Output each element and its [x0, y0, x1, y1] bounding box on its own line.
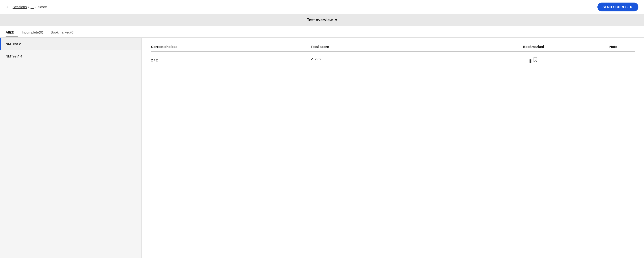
col-note: Note: [592, 45, 635, 52]
send-icon: ►: [630, 5, 633, 9]
col-correct-choices: Correct choices: [151, 45, 296, 52]
chevron-down-icon: ▾: [335, 17, 337, 22]
tab-all[interactable]: All(2): [6, 28, 18, 37]
test-overview-label: Test overview: [307, 18, 333, 22]
col-total-score: Total score: [296, 45, 475, 52]
tab-incomplete[interactable]: Incomplete(0): [22, 28, 46, 37]
cell-total-score: ✓ 2 / 2: [296, 52, 475, 66]
sidebar: NMTest 2 NMTest4 4: [0, 38, 142, 258]
tabs-bar: All(2) Incomplete(0) Bookmarked(0): [0, 28, 644, 38]
table-row: 2 / 2 ✓ 2 / 2 ▮: [151, 52, 635, 69]
cell-bookmarked[interactable]: ▮: [475, 52, 592, 69]
tab-bookmarked[interactable]: Bookmarked(0): [50, 28, 78, 37]
bookmark-icon[interactable]: ▮: [529, 58, 538, 63]
test-overview-banner[interactable]: Test overview ▾: [0, 14, 644, 26]
send-scores-label: SEND SCORES: [602, 5, 628, 9]
results-table: Correct choices Total score Bookmarked N…: [151, 45, 635, 69]
breadcrumb-sessions[interactable]: Sessions: [12, 5, 27, 9]
send-scores-button[interactable]: SEND SCORES ►: [598, 2, 638, 11]
results-panel: Correct choices Total score Bookmarked N…: [142, 38, 644, 258]
total-score-value: 2 / 2: [314, 57, 321, 61]
breadcrumb-sep2: /: [36, 5, 36, 9]
col-bookmarked: Bookmarked: [475, 45, 592, 52]
main-content: NMTest 2 NMTest4 4 Correct choices Total…: [0, 38, 644, 258]
breadcrumb: Sessions / … / Score: [12, 5, 47, 9]
back-button[interactable]: ←: [6, 4, 11, 10]
check-icon: ✓: [310, 57, 314, 61]
header-left: ← Sessions / … / Score: [6, 4, 47, 10]
header: ← Sessions / … / Score SEND SCORES ►: [0, 0, 644, 14]
sidebar-item-nmtest4[interactable]: NMTest4 4: [0, 50, 142, 62]
cell-note: [592, 52, 635, 69]
cell-correct-choices: 2 / 2: [151, 52, 296, 69]
sidebar-item-nmtest2[interactable]: NMTest 2: [0, 38, 142, 50]
breadcrumb-sep1: /: [28, 5, 29, 9]
back-arrow-icon: ←: [6, 4, 11, 10]
breadcrumb-current: Score: [38, 5, 47, 9]
breadcrumb-ellipsis[interactable]: …: [30, 5, 34, 9]
